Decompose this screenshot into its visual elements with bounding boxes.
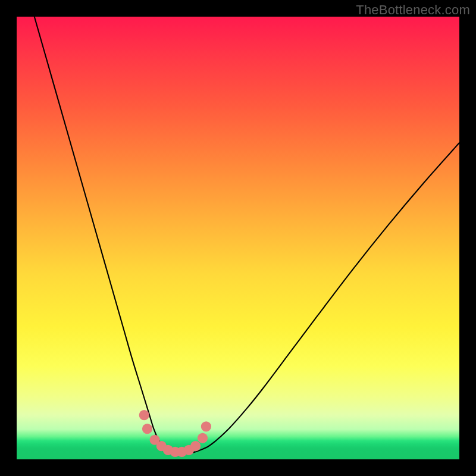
valley-markers-group <box>139 410 211 457</box>
chart-frame: TheBottleneck.com <box>0 0 476 476</box>
valley-marker <box>177 447 187 457</box>
watermark-text: TheBottleneck.com <box>356 2 470 18</box>
valley-marker <box>142 424 152 434</box>
valley-marker <box>156 441 167 451</box>
valley-marker <box>170 447 180 457</box>
valley-marker <box>163 445 173 455</box>
valley-marker <box>198 433 208 443</box>
valley-marker <box>190 441 201 451</box>
valley-marker <box>184 445 194 455</box>
valley-marker <box>139 410 149 420</box>
valley-marker <box>201 421 211 431</box>
chart-plot-area <box>17 17 459 459</box>
bottleneck-curve <box>35 17 459 453</box>
chart-svg <box>17 17 459 459</box>
valley-marker <box>150 435 160 445</box>
